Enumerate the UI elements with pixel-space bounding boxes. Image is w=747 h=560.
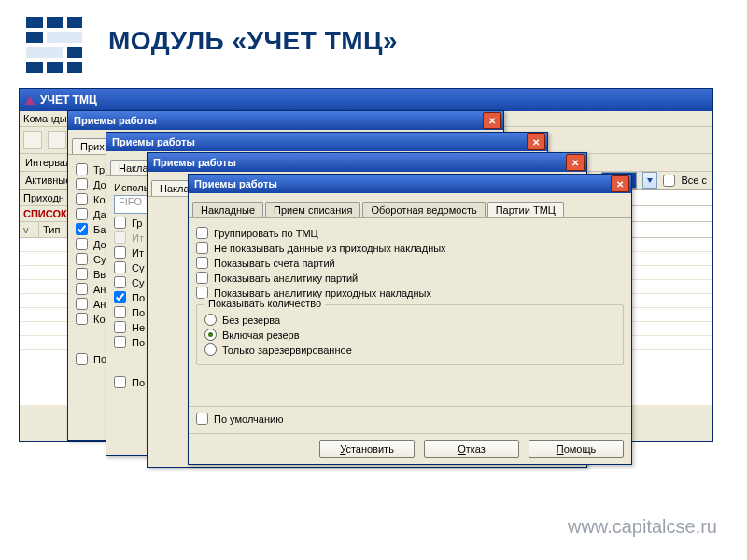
dialog-front: Приемы работы ✕ Накладные Прием списания… <box>188 174 632 465</box>
radio-no-reserve[interactable]: Без резерва <box>204 314 615 326</box>
close-icon[interactable]: ✕ <box>527 133 545 150</box>
close-icon[interactable]: ✕ <box>483 112 501 129</box>
chk-hide-incoming[interactable]: Не показывать данные из приходных наклад… <box>196 242 624 254</box>
close-icon[interactable]: ✕ <box>611 175 629 192</box>
dialog-buttons: Установить Отказ Помощь <box>189 433 631 464</box>
group-show-quantity: Показывать количество Без резерва Включа… <box>196 304 624 365</box>
radio-only-reserved[interactable]: Только зарезервированное <box>204 343 615 356</box>
toolbar-icon-1[interactable] <box>23 131 42 149</box>
footer-url: www.capitalcse.ru <box>568 516 717 538</box>
dialog-titlebar[interactable]: Приемы работы ✕ <box>189 175 631 193</box>
chk-show-accounts[interactable]: Показывать счета партий <box>196 257 624 269</box>
page-title: МОДУЛЬ «УЧЕТ ТМЦ» <box>108 26 398 56</box>
dialog-titlebar[interactable]: Приемы работы ✕ <box>68 111 503 130</box>
dialog-titlebar[interactable]: Приемы работы ✕ <box>106 133 547 151</box>
main-window-title: УЧЕТ ТМЦ <box>40 93 97 106</box>
toolbar-icon-2[interactable] <box>48 131 66 149</box>
group-title: Показывать количество <box>204 298 325 309</box>
tab-nakladnye[interactable]: Накладные <box>192 202 263 217</box>
dialog-body: Группировать по ТМЦ Не показывать данные… <box>189 218 631 433</box>
grid-col-3-prefix: v <box>20 222 39 237</box>
dialog-tabs: Накладные Прием списания Оборотная ведом… <box>189 193 631 218</box>
help-button[interactable]: Помощь <box>529 440 624 458</box>
close-icon[interactable]: ✕ <box>566 154 585 171</box>
dropdown-arrow-icon[interactable] <box>642 172 657 189</box>
tab-oborotnaya[interactable]: Оборотная ведомость <box>362 202 485 217</box>
all-checkbox[interactable]: Все с <box>663 175 707 187</box>
tab-partii-tmc[interactable]: Партии ТМЦ <box>487 202 564 217</box>
radio-include-reserve[interactable]: Включая резерв <box>204 329 615 341</box>
main-window-titlebar[interactable]: УЧЕТ ТМЦ <box>20 89 712 111</box>
dialog-titlebar[interactable]: Приемы работы ✕ <box>148 153 586 172</box>
tab-priem-spisaniya[interactable]: Прием списания <box>265 202 360 217</box>
app-icon <box>25 96 35 105</box>
logo <box>26 17 82 73</box>
chk-show-analytics-parties[interactable]: Показывать аналитику партий <box>196 272 624 284</box>
chk-group-by-tmc[interactable]: Группировать по ТМЦ <box>196 227 624 239</box>
install-button[interactable]: Установить <box>319 440 415 458</box>
cancel-button[interactable]: Отказ <box>424 440 519 458</box>
chk-default[interactable]: По умолчанию <box>196 413 624 425</box>
